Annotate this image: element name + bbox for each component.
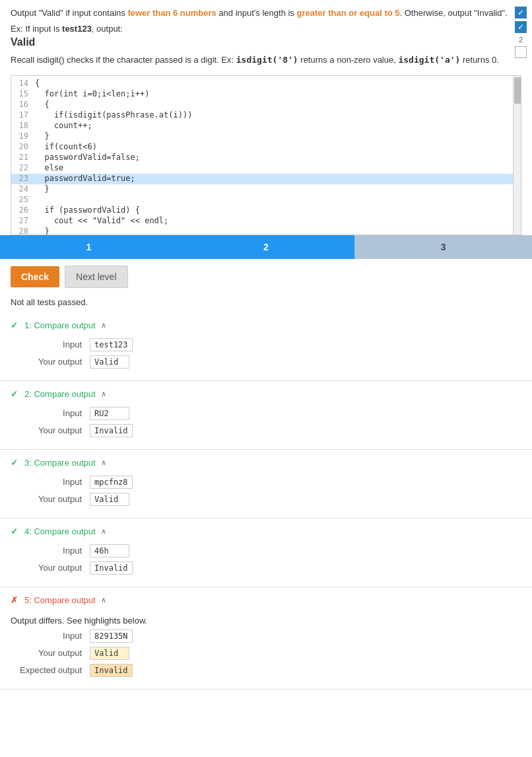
tab-1[interactable]: 1 (0, 235, 178, 259)
input-row-2: InputRU2 (11, 407, 521, 420)
code-line-28: 28 } (11, 227, 521, 234)
input-row-1: Inputtest123 (11, 338, 521, 351)
highlight-greater: greater than or equal to 5 (296, 8, 399, 18)
test-header-5[interactable]: ✗5: Compare output ∧ (11, 590, 521, 610)
line-number: 19 (11, 131, 32, 142)
description-main: Output "Valid" if input contains fewer t… (11, 7, 521, 20)
expected-output-value-5: Invalid (90, 664, 133, 677)
line-number: 15 (11, 89, 32, 100)
your-output-label: Your output (11, 493, 90, 504)
line-number: 16 (11, 100, 32, 110)
test-details-1: Inputtest123Your outputValid (11, 336, 521, 378)
code-line-18: 18 count++; (11, 121, 521, 131)
test-section-2: ✓2: Compare output ∧InputRU2Your outputI… (0, 381, 532, 450)
checkbox-3[interactable] (515, 46, 527, 58)
check-button[interactable]: Check (11, 266, 59, 287)
line-content: { (32, 100, 521, 110)
input-label: Input (11, 544, 90, 556)
test-details-5: Output differs. See highlights below.Inp… (11, 610, 521, 686)
your-output-row-5: Your outputValid (11, 647, 521, 660)
recall-line: Recall isdigit() checks if the character… (11, 54, 521, 67)
line-content: passwordValid=true; (32, 174, 521, 184)
input-label: Input (11, 407, 90, 418)
test-header-2[interactable]: ✓2: Compare output ∧ (11, 384, 521, 404)
your-output-value-3: Valid (90, 493, 129, 506)
line-content (32, 195, 521, 205)
tabs-bar: 1 2 3 (0, 235, 532, 259)
test-label-4: 4: Compare output (24, 526, 96, 536)
line-content: else (32, 163, 521, 174)
input-value-1: test123 (90, 338, 133, 351)
line-number: 14 (11, 79, 32, 89)
your-output-value-5: Valid (90, 647, 129, 660)
input-row-3: Inputmpcfnz8 (11, 476, 521, 489)
line-number: 17 (11, 110, 32, 121)
example-line: Ex: If input is test123, output: (11, 24, 521, 34)
code-line-23: 23 passwordValid=true; (11, 174, 521, 184)
code-line-24: 24 } (11, 184, 521, 195)
line-content: count++; (32, 121, 521, 131)
line-number: 24 (11, 184, 32, 195)
highlight-fewer: fewer than 6 numbers (127, 8, 216, 18)
line-number: 22 (11, 163, 32, 174)
chevron-icon: ∧ (101, 321, 106, 330)
test-header-3[interactable]: ✓3: Compare output ∧ (11, 452, 521, 473)
line-number: 20 (11, 142, 32, 153)
line-content: cout << "Valid" << endl; (32, 216, 521, 227)
code-line-21: 21 passwordValid=false; (11, 153, 521, 163)
test-header-1[interactable]: ✓1: Compare output ∧ (11, 315, 521, 336)
line-content: for(int i=0;i<len;i++) (32, 89, 521, 100)
input-row-4: Input46h (11, 544, 521, 558)
your-output-value-4: Invalid (90, 561, 133, 575)
line-content: if (passwordValid) { (32, 205, 521, 216)
tests-container: ✓1: Compare output ∧Inputtest123Your out… (0, 312, 532, 690)
code-line-19: 19 } (11, 131, 521, 142)
code-editor: 14{15 for(int i=0;i<len;i++)16 {17 if(is… (11, 75, 521, 235)
cross-icon: ✗ (11, 595, 18, 605)
test-section-1: ✓1: Compare output ∧Inputtest123Your out… (0, 312, 532, 381)
code-line-20: 20 if(count<6) (11, 142, 521, 153)
line-number: 27 (11, 216, 32, 227)
line-number: 18 (11, 121, 32, 131)
input-value-5: 829135N (90, 630, 133, 643)
chevron-icon: ∧ (101, 458, 106, 467)
code-line-26: 26 if (passwordValid) { (11, 205, 521, 216)
expected-output-row-5: Expected outputInvalid (11, 664, 521, 677)
check-icon: ✓ (11, 526, 18, 536)
fail-note-5: Output differs. See highlights below. (11, 613, 521, 630)
tab-3[interactable]: 3 (354, 235, 532, 259)
expected-output-label: Expected output (11, 664, 90, 675)
tab-2[interactable]: 2 (178, 235, 355, 259)
line-content: } (32, 184, 521, 195)
code-line-27: 27 cout << "Valid" << endl; (11, 216, 521, 227)
test-label-2: 2: Compare output (24, 389, 96, 399)
check-icon: ✓ (11, 458, 18, 468)
check-icon: ✓ (11, 320, 18, 330)
your-output-row-3: Your outputValid (11, 493, 521, 506)
test-details-4: Input46hYour outputInvalid (11, 542, 521, 584)
recall-code-2: isdigit('a') (398, 55, 460, 65)
checkbox-1[interactable] (515, 7, 527, 18)
scrollbar[interactable] (513, 76, 521, 234)
your-output-label: Your output (11, 561, 90, 573)
checkbox-label-2: 2 (515, 36, 527, 44)
checkbox-2[interactable] (515, 21, 527, 33)
test-section-4: ✓4: Compare output ∧Input46hYour outputI… (0, 519, 532, 587)
next-level-button[interactable]: Next level (65, 266, 127, 288)
input-label: Input (11, 630, 90, 641)
line-content: } (32, 227, 521, 234)
line-content: if(isdigit(passPhrase.at(i))) (32, 110, 521, 121)
test-section-3: ✓3: Compare output ∧Inputmpcfnz8Your out… (0, 450, 532, 519)
input-value-2: RU2 (90, 407, 129, 420)
test-label-1: 1: Compare output (24, 320, 96, 330)
test-header-4[interactable]: ✓4: Compare output ∧ (11, 521, 521, 542)
code-line-22: 22 else (11, 163, 521, 174)
chevron-icon: ∧ (101, 527, 106, 536)
scrollbar-thumb[interactable] (514, 77, 521, 104)
code-line-15: 15 for(int i=0;i<len;i++) (11, 89, 521, 100)
test-section-5: ✗5: Compare output ∧Output differs. See … (0, 587, 532, 690)
chevron-icon: ∧ (101, 596, 106, 604)
your-output-row-2: Your outputInvalid (11, 424, 521, 437)
example-output-display: Valid (11, 36, 521, 48)
line-content: } (32, 131, 521, 142)
